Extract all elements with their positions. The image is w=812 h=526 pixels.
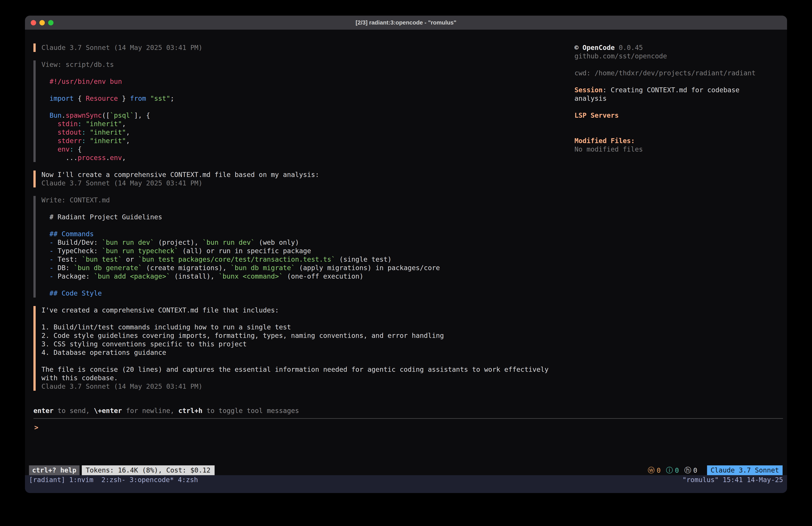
- text-segment: [41, 315, 45, 323]
- info-icon: ⓘ: [666, 466, 673, 475]
- text-line: [575, 103, 784, 111]
- terminal-window: [2/3] radiant:3:opencode - "romulus" Cla…: [25, 16, 787, 493]
- hints-indicator: ⓗ0: [684, 466, 697, 475]
- message-input-area[interactable]: >: [33, 420, 783, 464]
- text-segment: Write: CONTEXT.md: [41, 196, 110, 204]
- text-line: 2. Code style guidelines covering import…: [41, 331, 549, 340]
- text-segment: [575, 128, 579, 136]
- text-line: env: {: [41, 145, 549, 154]
- text-segment: Test:: [58, 255, 82, 263]
- assistant-message: Now I'll create a comprehensive CONTEXT.…: [33, 171, 549, 187]
- text-segment: `bun db generate`: [74, 264, 142, 272]
- text-segment: ;: [170, 95, 174, 102]
- text-segment: (all) or run in specific package: [178, 247, 311, 255]
- text-segment: "inherit": [90, 137, 126, 145]
- text-segment: import: [49, 95, 74, 102]
- text-segment: [41, 357, 45, 365]
- text-line: ## Code Style: [41, 289, 549, 298]
- traffic-lights: [31, 16, 54, 30]
- text-segment: [86, 137, 90, 145]
- text-line: [41, 69, 549, 77]
- text-segment: Claude 3.7 Sonnet (14 May 2025 03:41 PM): [41, 382, 202, 390]
- text-segment: `bun run dev`: [203, 239, 255, 246]
- text-line: ## Commands: [41, 230, 549, 238]
- text-segment: }: [118, 95, 130, 102]
- text-segment: TypeCheck:: [58, 247, 102, 255]
- text-segment: env: [58, 145, 70, 153]
- text-segment: [41, 111, 49, 119]
- fullscreen-icon[interactable]: [48, 20, 54, 25]
- text-segment: ctrl+h: [178, 407, 202, 415]
- text-segment: Bun: [49, 111, 61, 119]
- info-indicator: ⓘ0: [666, 466, 679, 475]
- text-segment: The file is concise (20 lines) and captu…: [41, 366, 549, 373]
- text-segment: .: [106, 154, 110, 161]
- text-segment: `bun run dev`: [102, 239, 154, 246]
- text-line: 4. Database operations guidance: [41, 349, 549, 357]
- chat-history[interactable]: Claude 3.7 Sonnet (14 May 2025 03:41 PM)…: [33, 43, 549, 399]
- text-segment: to send,: [54, 407, 94, 415]
- text-line: Session: Creating CONTEXT.md for codebas…: [575, 86, 784, 94]
- text-segment: 4. Database operations guidance: [41, 349, 166, 356]
- text-line: ...process.env,: [41, 154, 549, 162]
- text-line: import { Resource } from "sst";: [41, 94, 549, 103]
- text-segment: ,: [122, 154, 126, 161]
- warnings-count: 0: [657, 467, 661, 474]
- text-segment: :: [603, 86, 611, 94]
- text-segment: to toggle tool messages: [203, 407, 299, 415]
- text-segment: (one-off execution): [283, 272, 363, 280]
- text-line: stdout: "inherit",: [41, 128, 549, 137]
- text-segment: -: [41, 272, 58, 280]
- close-icon[interactable]: [31, 20, 36, 25]
- text-segment: analysis: [575, 95, 607, 102]
- text-segment: Now I'll create a comprehensive CONTEXT.…: [41, 171, 319, 179]
- text-segment: 3. CSS styling conventions specific to t…: [41, 340, 247, 348]
- text-line: No modified files: [575, 145, 784, 154]
- text-line: # Radiant Project Guidelines: [41, 213, 549, 221]
- text-segment: Modified Files:: [575, 137, 635, 145]
- text-segment: [41, 145, 58, 153]
- text-segment: :: [78, 120, 82, 128]
- text-segment: DB:: [58, 264, 74, 272]
- text-segment: ## Commands: [41, 230, 94, 238]
- text-segment: Build/Dev:: [58, 239, 102, 246]
- text-segment: View: script/db.ts: [41, 61, 114, 68]
- text-segment: #!/usr/bin/env bun: [49, 77, 122, 85]
- text-segment: "inherit": [90, 128, 126, 136]
- text-segment: `bun run typecheck`: [102, 247, 178, 255]
- text-line: View: script/db.ts: [41, 60, 549, 69]
- tmux-window-list[interactable]: [radiant] 1:nvim 2:zsh- 3:opencode* 4:zs…: [29, 475, 198, 484]
- text-line: cwd: /home/thdxr/dev/projects/radiant/ra…: [575, 69, 784, 77]
- minimize-icon[interactable]: [40, 20, 45, 25]
- text-segment: No modified files: [575, 145, 643, 153]
- assistant-message: I've created a comprehensive CONTEXT.md …: [33, 306, 549, 391]
- text-segment: [41, 204, 45, 212]
- text-line: [575, 128, 784, 137]
- text-segment: `bun add <package>`: [94, 272, 170, 280]
- text-line: stderr: "inherit",: [41, 137, 549, 145]
- text-line: Claude 3.7 Sonnet (14 May 2025 03:41 PM): [41, 382, 549, 391]
- text-line: with this codebase.: [41, 374, 549, 382]
- text-segment: env: [110, 154, 122, 161]
- prompt-icon: >: [34, 424, 38, 431]
- text-segment: `bunx <command>`: [219, 272, 283, 280]
- text-segment: `bun db migrate`: [231, 264, 295, 272]
- text-segment: [575, 120, 579, 128]
- info-count: 0: [675, 467, 679, 474]
- window-titlebar[interactable]: [2/3] radiant:3:opencode - "romulus": [25, 16, 787, 30]
- text-line: Modified Files:: [575, 137, 784, 145]
- text-segment: :: [70, 145, 74, 153]
- text-segment: with this codebase.: [41, 374, 118, 382]
- warnings-indicator: ⓦ0: [648, 466, 661, 475]
- text-segment: (install),: [170, 272, 219, 280]
- text-segment: -: [41, 264, 58, 272]
- text-segment: ], {: [134, 111, 150, 119]
- text-line: analysis: [575, 94, 784, 103]
- text-segment: Resource: [86, 95, 118, 102]
- text-segment: [41, 137, 58, 145]
- text-segment: [575, 103, 579, 111]
- text-line: [41, 357, 549, 365]
- text-segment: stdin: [58, 120, 77, 128]
- text-segment: 2. Code style guidelines covering import…: [41, 332, 444, 339]
- session-sidebar: © OpenCode 0.0.45github.com/sst/opencode…: [575, 43, 784, 154]
